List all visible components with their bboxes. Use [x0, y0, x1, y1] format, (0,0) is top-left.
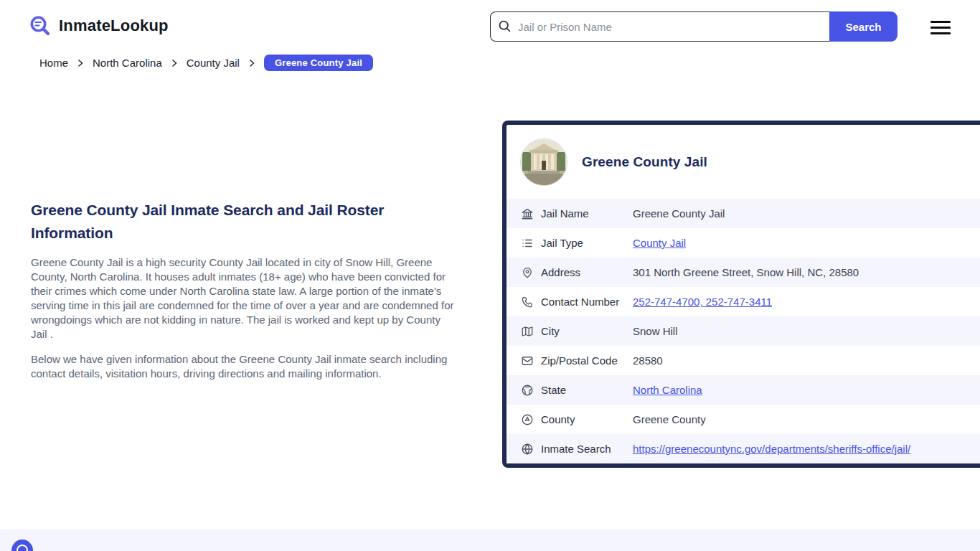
- row-label: County: [541, 413, 633, 425]
- search-button[interactable]: Search: [829, 11, 897, 42]
- row-value[interactable]: County Jail: [633, 237, 686, 249]
- row-label: Jail Type: [541, 237, 633, 249]
- breadcrumb-jail-type[interactable]: County Jail: [187, 57, 240, 69]
- table-row: Jail TypeCounty Jail: [507, 228, 980, 258]
- map-pin-icon: [521, 266, 534, 279]
- search-bar: Search: [490, 11, 897, 42]
- row-label: Address: [541, 266, 633, 278]
- table-row: StateNorth Carolina: [507, 375, 980, 405]
- bank-icon: [521, 207, 534, 220]
- article: Greene County Jail Inmate Search and Jai…: [31, 199, 457, 381]
- chevron-right-icon: [248, 59, 256, 67]
- row-value: Snow Hill: [633, 325, 678, 337]
- row-label: State: [541, 384, 633, 396]
- list-icon: [521, 237, 534, 250]
- search-icon: [497, 19, 512, 34]
- breadcrumb-home[interactable]: Home: [39, 57, 68, 69]
- envelope-icon: [521, 354, 534, 367]
- menu-icon[interactable]: [930, 21, 951, 34]
- table-row: Inmate Searchhttps://greenecountync.gov/…: [507, 434, 980, 463]
- article-paragraph: Below we have given information about th…: [31, 352, 457, 381]
- search-input[interactable]: [490, 11, 829, 42]
- row-value[interactable]: North Carolina: [633, 384, 702, 396]
- breadcrumb-current-badge: Greene County Jail: [264, 55, 373, 71]
- footer: [0, 529, 980, 551]
- brand-logo[interactable]: InmateLookup: [29, 14, 169, 37]
- globe-icon: [521, 384, 534, 397]
- brand-name: InmateLookup: [59, 17, 169, 35]
- brand-logo-icon: [29, 14, 52, 37]
- breadcrumb: Home North Carolina County Jail Greene C…: [39, 55, 373, 71]
- table-row: Contact Number252-747-4700, 252-747-3411: [507, 287, 980, 316]
- page-title: Greene County Jail Inmate Search and Jai…: [31, 199, 457, 245]
- row-label: Inmate Search: [541, 443, 633, 455]
- footer-brand-icon: [11, 540, 33, 551]
- row-label: City: [541, 325, 633, 337]
- jail-card: Greene County Jail Jail NameGreene Count…: [502, 121, 980, 468]
- row-value: Greene County: [633, 413, 706, 425]
- breadcrumb-state[interactable]: North Carolina: [93, 57, 162, 69]
- phone-icon: [521, 296, 534, 309]
- jail-info-table: Jail NameGreene County JailJail TypeCoun…: [507, 199, 980, 463]
- jail-card-header: Greene County Jail: [507, 125, 980, 199]
- row-value: 301 North Greene Street, Snow Hill, NC, …: [633, 266, 859, 278]
- table-row: Zip/Postal Code28580: [507, 346, 980, 375]
- table-row: CountyGreene County: [507, 405, 980, 434]
- row-value[interactable]: https://greenecountync.gov/departments/s…: [633, 443, 910, 455]
- row-value: 28580: [633, 354, 663, 367]
- row-label: Jail Name: [541, 207, 633, 220]
- row-value: Greene County Jail: [633, 207, 725, 220]
- article-paragraph: Greene County Jail is a high security Co…: [31, 255, 457, 342]
- row-label: Zip/Postal Code: [541, 354, 633, 367]
- map-icon: [521, 325, 534, 338]
- web-icon: [521, 443, 534, 456]
- chevron-right-icon: [76, 59, 85, 67]
- jail-card-title: Greene County Jail: [582, 154, 707, 170]
- chevron-right-icon: [170, 59, 179, 67]
- table-row: Address301 North Greene Street, Snow Hil…: [507, 258, 980, 287]
- table-row: CitySnow Hill: [507, 316, 980, 346]
- page: InmateLookup Search Home North Carolina …: [0, 0, 980, 551]
- jail-photo: [521, 139, 567, 185]
- table-row: Jail NameGreene County Jail: [507, 199, 980, 228]
- county-icon: [521, 413, 534, 426]
- row-label: Contact Number: [541, 296, 633, 308]
- row-value[interactable]: 252-747-4700, 252-747-3411: [633, 296, 772, 308]
